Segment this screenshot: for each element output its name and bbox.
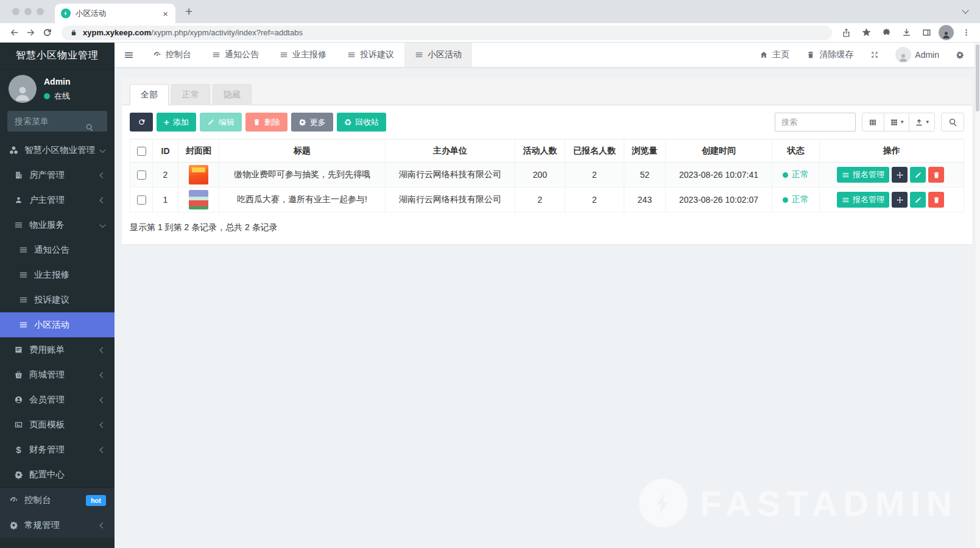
nav-tab[interactable]: 通知公告 <box>202 43 269 67</box>
cell-id: 1 <box>153 188 178 213</box>
nav-tab-label: 小区活动 <box>428 49 462 60</box>
toggle-view-button[interactable] <box>862 113 884 132</box>
row-checkbox[interactable] <box>137 170 146 180</box>
extensions-puzzle-icon[interactable] <box>878 25 894 41</box>
grid-icon <box>890 118 898 127</box>
share-icon[interactable] <box>838 25 854 41</box>
home-icon <box>758 51 769 59</box>
browser-tab[interactable]: 小区活动 × <box>55 4 175 23</box>
url-text: xypm.xykeep.com/xypm.php/xypm/activity/i… <box>83 28 303 37</box>
nav-tab[interactable]: 业主报修 <box>269 43 337 67</box>
sidebar-item[interactable]: 商城管理 <box>0 362 115 387</box>
sidebar-item-label: 房产管理 <box>29 169 65 181</box>
address-bar[interactable]: xypm.xykeep.com/xypm.php/xypm/activity/i… <box>62 26 832 40</box>
nav-tab[interactable]: 控制台 <box>143 43 202 67</box>
column-header: 活动人数 <box>515 139 565 163</box>
select-all-checkbox[interactable] <box>137 147 146 156</box>
edit-row-button[interactable] <box>910 167 926 183</box>
nav-tab[interactable]: 投诉建议 <box>337 43 404 67</box>
plus-icon: + <box>164 118 169 127</box>
sidebar-item[interactable]: 业主报修 <box>0 262 115 287</box>
watermark-text: FASTADMIN <box>700 483 958 524</box>
export-icon <box>915 118 923 127</box>
add-button[interactable]: +添加 <box>157 113 196 132</box>
move-button[interactable] <box>892 167 908 183</box>
sidebar-search <box>7 111 107 132</box>
sidebar-item[interactable]: 控制台hot <box>0 488 115 513</box>
window-close-button[interactable] <box>12 8 19 15</box>
signup-manage-button[interactable]: 报名管理 <box>837 167 889 183</box>
bookmark-star-icon[interactable] <box>858 25 874 41</box>
refresh-button[interactable] <box>130 113 153 132</box>
edit-row-button[interactable] <box>910 192 926 208</box>
sidebar-item[interactable]: 配置中心 <box>0 462 115 487</box>
home-link[interactable]: 主页 <box>750 43 797 67</box>
filter-tab[interactable]: 正常 <box>171 84 210 105</box>
scrollbar[interactable] <box>975 43 980 548</box>
sidebar-item[interactable]: 智慧小区物业管理 <box>0 138 115 163</box>
cover-image[interactable] <box>189 190 208 209</box>
table-search-input[interactable] <box>775 113 856 132</box>
cell-views: 52 <box>624 163 666 188</box>
more-button[interactable]: 更多 <box>291 113 333 132</box>
cell-operations: 报名管理 <box>820 163 964 188</box>
sidebar-item[interactable]: 物业服务 <box>0 213 115 237</box>
sidebar-item[interactable]: 小区活动 <box>0 312 115 337</box>
recycle-icon: ♻ <box>344 118 352 127</box>
tab-search-chevron-icon[interactable] <box>962 7 968 13</box>
chevron-left-icon <box>100 372 106 378</box>
edit-button[interactable]: 编辑 <box>200 113 242 132</box>
pencil-icon <box>207 118 215 126</box>
nav-tab[interactable]: 小区活动 <box>404 43 472 67</box>
side-panel-icon[interactable] <box>918 25 934 41</box>
move-button[interactable] <box>892 192 908 208</box>
sidebar-item[interactable]: 会员管理 <box>0 387 115 412</box>
browser-tab-strip: 小区活动 × + <box>0 0 980 23</box>
bars-icon <box>842 171 850 179</box>
settings-gear-button[interactable] <box>947 43 973 67</box>
sidebar-item[interactable]: 通知公告 <box>0 237 115 262</box>
row-checkbox[interactable] <box>137 195 146 205</box>
browser-profile-avatar[interactable] <box>939 25 954 40</box>
scrollbar-thumb[interactable] <box>976 44 979 111</box>
signup-manage-button[interactable]: 报名管理 <box>837 192 889 208</box>
admin-user-menu[interactable]: Admin <box>887 43 947 67</box>
sidebar-item[interactable]: 户主管理 <box>0 188 115 213</box>
window-minimize-button[interactable] <box>24 8 32 15</box>
search-submit-button[interactable] <box>941 113 964 132</box>
fastadmin-watermark: FASTADMIN <box>639 479 958 527</box>
forward-button[interactable] <box>23 24 39 41</box>
delete-row-button[interactable] <box>928 167 944 183</box>
window-zoom-button[interactable] <box>37 8 44 15</box>
sidebar-item[interactable]: 费用账单 <box>0 337 115 362</box>
sidebar-item-label: 商城管理 <box>29 369 65 381</box>
gear-icon <box>9 521 19 530</box>
delete-row-button[interactable] <box>928 192 944 208</box>
new-tab-button[interactable]: + <box>185 4 192 19</box>
downloads-icon[interactable] <box>898 25 914 41</box>
columns-button[interactable]: ▾ <box>884 113 910 132</box>
fullscreen-button[interactable] <box>861 43 887 67</box>
status-dot-icon <box>783 197 788 203</box>
sidebar-item[interactable]: 页面模板 <box>0 412 115 437</box>
window-controls[interactable] <box>0 8 55 15</box>
sidebar-item[interactable]: 房产管理 <box>0 163 115 188</box>
clear-cache-button[interactable]: 清除缓存 <box>797 43 861 67</box>
column-header: 已报名人数 <box>565 139 624 163</box>
delete-button[interactable]: 删除 <box>245 113 287 132</box>
recycle-bin-button[interactable]: ♻回收站 <box>337 113 387 132</box>
reload-button[interactable] <box>39 24 55 41</box>
filter-tab[interactable]: 全部 <box>130 84 169 105</box>
sidebar-item[interactable]: 常规管理 <box>0 513 115 538</box>
sidebar-item[interactable]: $财务管理 <box>0 437 115 462</box>
back-button[interactable] <box>6 24 23 41</box>
nav-tab-label: 控制台 <box>166 49 191 60</box>
sidebar-toggle-button[interactable] <box>115 43 143 67</box>
gauge-icon <box>9 496 19 505</box>
browser-menu-dots-icon[interactable] <box>958 25 974 41</box>
tab-close-icon[interactable]: × <box>161 9 169 19</box>
export-button[interactable]: ▾ <box>909 113 935 132</box>
cover-image[interactable] <box>189 165 208 184</box>
filter-tab[interactable]: 隐藏 <box>213 84 252 105</box>
sidebar-item[interactable]: 投诉建议 <box>0 287 115 312</box>
